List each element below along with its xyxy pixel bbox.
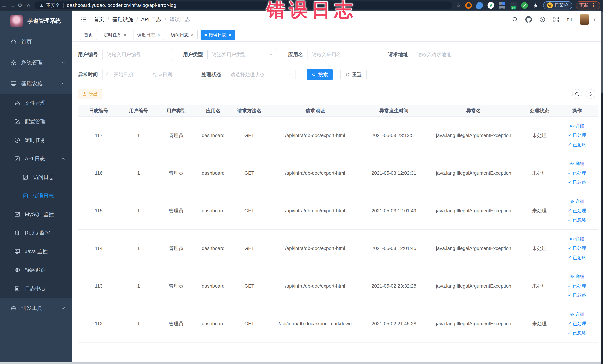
process-status-select[interactable]: 请选择处理状态 [226,69,295,80]
action-详细[interactable]: 详细 [570,199,584,204]
browser-forward-icon[interactable]: → [8,2,16,9]
sidebar-item-研发工具[interactable]: 研发工具 [0,298,72,318]
action-详细[interactable]: 详细 [570,161,584,167]
url-text[interactable]: dashboard.yudao.iocoder.cn/infra/log/api… [67,2,176,8]
action-已处理[interactable]: ✓已处理 [568,170,586,176]
extension-grid-icon[interactable] [499,2,506,9]
search-icon[interactable] [512,16,518,23]
sidebar-item-访问日志[interactable]: 访问日志 [0,168,72,187]
search-button[interactable]: 搜索 [307,69,333,80]
tab-首页[interactable]: 首页 [80,30,97,40]
sidebar-item-基础设施[interactable]: 基础设施 [0,73,72,94]
browser-home-icon[interactable]: ⌂ [24,2,33,9]
request-url-input[interactable] [413,49,482,60]
collapse-sidebar-icon[interactable] [80,16,88,23]
extension-leaf-icon[interactable] [521,2,528,9]
refresh-table-button[interactable] [586,89,595,99]
check-icon: ✓ [568,142,571,147]
breadcrumb-infra[interactable]: 基础设施 [112,16,133,23]
close-tab-icon[interactable]: × [229,32,232,38]
sidebar-item-API 日志[interactable]: API 日志 [0,150,72,168]
user-id-input[interactable] [102,49,172,60]
browser-reload-icon[interactable]: ⟳ [16,2,24,9]
action-详细[interactable]: 详细 [570,236,584,242]
font-size-icon[interactable]: тT [567,16,573,23]
tab-访问日志[interactable]: 访问日志× [167,30,197,40]
eye-icon [570,199,574,204]
action-已忽略[interactable]: ✓已忽略 [568,292,586,298]
action-详细[interactable]: 详细 [570,123,584,129]
user-type-label: 用户类型 [183,51,203,58]
sidebar-item-配置管理[interactable]: 配置管理 [0,112,72,131]
user-avatar[interactable] [580,14,589,25]
action-已处理[interactable]: ✓已处理 [568,321,586,327]
sidebar-item-错误日志[interactable]: 错误日志 [0,187,72,205]
table-row: 1151管理员dashboardGET/api/infra/db-doc/exp… [78,192,598,230]
extensions-row: V on ★ [465,2,539,9]
extension-ring-icon[interactable] [465,2,472,9]
address-bar[interactable]: ▲ 不安全 dashboard.yudao.iocoder.cn/infra/l… [35,1,452,9]
chart-icon [14,211,20,218]
extension-drop-icon[interactable] [476,2,483,9]
chevron-up-icon [60,81,66,86]
cell-time: 2021-05-02 21:45:28 [363,305,425,342]
sidebar-item-首页[interactable]: 首页 [0,32,72,52]
extension-v-icon[interactable]: V [487,2,494,9]
column-header-日志编号: 日志编号 [78,105,120,117]
fullscreen-icon[interactable] [553,16,559,23]
user-type-select[interactable]: 请选择用户类型 [208,49,277,60]
tab-调度日志[interactable]: 调度日志× [133,30,164,40]
action-详细[interactable]: 详细 [570,274,584,280]
filter-row-1: 用户编号 用户类型 请选择用户类型 应用名 请求地址 [78,49,597,60]
action-已忽略[interactable]: ✓已忽略 [568,217,586,223]
sidebar-item-定时任务[interactable]: 定时任务 [0,131,72,150]
bookmark-star-icon[interactable]: ☆ [456,2,461,9]
paused-label: 已暂停 [555,2,568,8]
sidebar-item-Java 监控[interactable]: Java 监控 [0,242,72,261]
action-已处理[interactable]: ✓已处理 [568,283,586,289]
app-name-input[interactable] [308,49,377,60]
profile-paused-pill[interactable]: 已暂停 [543,1,572,10]
action-已处理[interactable]: ✓已处理 [568,245,586,251]
action-详细[interactable]: 详细 [570,311,584,317]
exception-time-range-picker[interactable]: 开始日期 - 结束日期 [102,69,190,80]
extension-star-icon[interactable]: ★ [532,2,539,9]
browser-back-icon[interactable]: ← [0,2,8,9]
close-tab-icon[interactable]: × [124,32,127,38]
app-logo[interactable]: 芋道管理系统 [0,11,72,32]
sidebar-item-文件管理[interactable]: 文件管理 [0,94,72,112]
github-icon[interactable] [525,16,532,23]
breadcrumb-api-log[interactable]: API 日志 [141,16,162,23]
security-label[interactable]: 不安全 [46,2,60,8]
page-scrollbar[interactable] [601,11,603,364]
action-已忽略[interactable]: ✓已忽略 [568,255,586,260]
action-已忽略[interactable]: ✓已忽略 [568,179,586,185]
scrollbar-thumb[interactable] [601,11,603,93]
sidebar-item-链路追踪[interactable]: 链路追踪 [0,261,72,279]
close-tab-icon[interactable]: × [191,32,194,38]
action-已处理[interactable]: ✓已处理 [568,208,586,214]
tab-错误日志[interactable]: 错误日志× [201,30,235,40]
export-button[interactable]: 导出 [78,89,102,99]
sidebar-item-日志中心[interactable]: 日志中心 [0,279,72,298]
cell-time: 2021-05-03 12:01:45 [363,230,425,267]
breadcrumb-home[interactable]: 首页 [94,16,104,23]
avatar-caret-icon[interactable]: ▼ [593,17,596,22]
help-icon[interactable] [539,16,546,23]
browser-update-button[interactable]: 更新 ⋮ [576,1,600,10]
close-tab-icon[interactable]: × [157,32,160,38]
sidebar-item-MySQL 监控[interactable]: MySQL 监控 [0,205,72,224]
tab-定时任务[interactable]: 定时任务× [100,30,130,40]
extension-on-icon[interactable]: on [510,2,517,9]
action-已忽略[interactable]: ✓已忽略 [568,142,586,148]
reset-button[interactable]: 重置 [340,69,367,80]
action-已忽略[interactable]: ✓已忽略 [568,330,586,336]
search-icon [575,92,580,96]
sidebar-item-Redis 监控[interactable]: Redis 监控 [0,224,72,242]
browser-menu-icon[interactable]: ⋮ [591,2,596,8]
cell-actions: 详细✓已处理✓已忽略 [556,154,598,192]
cell-app: dashboard [195,267,232,305]
toggle-search-button[interactable] [572,89,582,99]
action-已处理[interactable]: ✓已处理 [568,132,586,138]
sidebar-item-系统管理[interactable]: 系统管理 [0,52,72,73]
